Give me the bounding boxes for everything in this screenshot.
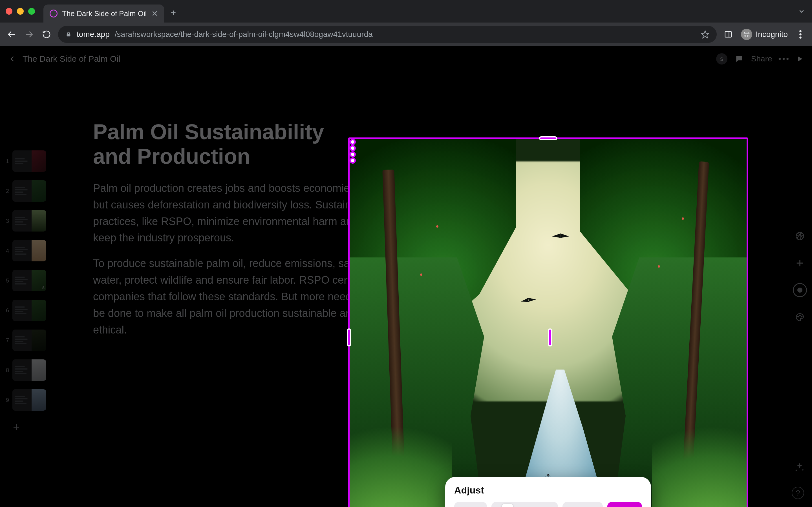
slide-thumb-9[interactable]: 9	[4, 389, 52, 411]
palette-icon[interactable]	[793, 310, 807, 324]
svg-point-7	[799, 33, 802, 36]
app-back-button[interactable]	[8, 55, 16, 63]
url-path: /sarahsworkspace/the-dark-side-of-palm-o…	[115, 30, 373, 39]
user-avatar[interactable]: s	[716, 53, 727, 64]
svg-point-6	[799, 30, 802, 33]
incognito-label: Incognito	[756, 30, 788, 39]
adjust-popover: Adjust 131 % Cancel Done	[445, 477, 651, 507]
slide-paragraph-2[interactable]: To produce sustainable palm oil, reduce …	[93, 255, 375, 338]
resize-handle-r[interactable]	[548, 328, 552, 346]
tab-favicon	[50, 10, 57, 17]
sparkle-icon[interactable]	[794, 462, 805, 473]
zoom-slider-thumb[interactable]	[502, 504, 513, 507]
window-close[interactable]	[6, 8, 12, 15]
browser-titlebar: The Dark Side of Palm Oil ✕ +	[0, 0, 812, 22]
adjust-title: Adjust	[454, 485, 642, 496]
resize-handle-bl[interactable]	[350, 151, 356, 158]
help-icon[interactable]: ?	[792, 487, 804, 499]
thumb-user-badge: s	[42, 285, 45, 290]
share-button[interactable]: Share	[751, 54, 772, 63]
doc-title[interactable]: The Dark Side of Palm Oil	[22, 54, 120, 64]
slide-paragraph-1[interactable]: Palm oil production creates jobs and boo…	[93, 180, 375, 246]
back-arrow-icon[interactable]	[6, 29, 17, 40]
svg-point-10	[796, 232, 804, 240]
resize-handle-l[interactable]	[347, 328, 351, 346]
slide-thumb-2[interactable]: 2	[4, 180, 52, 202]
resize-handle-br[interactable]	[350, 158, 356, 164]
svg-point-13	[798, 316, 799, 317]
side-panel-icon[interactable]	[722, 29, 734, 40]
svg-marker-3	[702, 31, 709, 38]
incognito-indicator[interactable]: Incognito	[741, 29, 788, 40]
new-tab-button[interactable]: +	[171, 8, 176, 18]
kebab-menu-icon[interactable]	[795, 29, 806, 40]
close-icon[interactable]: ✕	[151, 9, 158, 18]
incognito-icon	[741, 29, 752, 40]
slide-thumb-8[interactable]: 8	[4, 359, 52, 381]
resize-handle-tr[interactable]	[350, 145, 356, 151]
comment-icon[interactable]	[733, 53, 745, 64]
window-minimize[interactable]	[17, 8, 24, 15]
right-tool-rail	[793, 229, 807, 324]
resize-handle-t[interactable]	[539, 136, 557, 140]
zoom-slider[interactable]	[492, 502, 558, 507]
window-zoom[interactable]	[28, 8, 35, 15]
app-viewport: The Dark Side of Palm Oil s Share ••• Pa…	[0, 46, 812, 507]
slide-thumb-7[interactable]: 7	[4, 330, 52, 351]
selection-frame[interactable]	[348, 137, 748, 507]
play-icon[interactable]	[796, 55, 804, 62]
svg-point-15	[801, 316, 802, 317]
app-topbar: The Dark Side of Palm Oil s Share •••	[0, 46, 812, 71]
svg-rect-2	[67, 34, 70, 36]
image-crop-stage[interactable]: Adjust 131 % Cancel Done	[348, 137, 748, 507]
more-menu-button[interactable]: •••	[778, 54, 790, 63]
window-controls	[6, 8, 35, 15]
svg-marker-9	[798, 56, 802, 61]
slide-thumb-1[interactable]: 1	[4, 151, 52, 172]
slide-heading[interactable]: Palm Oil Sustainability and Production	[93, 119, 347, 169]
slide-thumb-5[interactable]: 5s	[4, 270, 52, 291]
tab-title: The Dark Side of Palm Oil	[62, 9, 147, 18]
forward-arrow-icon[interactable]	[23, 29, 35, 40]
svg-point-8	[799, 37, 802, 39]
add-slide-button[interactable]: +	[13, 421, 52, 434]
browser-toolbar: tome.app/sarahsworkspace/the-dark-side-o…	[0, 22, 812, 46]
resize-handle-tl[interactable]	[350, 139, 356, 145]
url-host: tome.app	[77, 30, 110, 39]
done-button[interactable]: Done	[607, 502, 642, 507]
plus-icon[interactable]	[793, 256, 807, 270]
slide-thumb-4[interactable]: 4	[4, 240, 52, 262]
cancel-button[interactable]: Cancel	[562, 502, 603, 507]
svg-rect-4	[725, 32, 732, 37]
browser-tab[interactable]: The Dark Side of Palm Oil ✕	[43, 4, 164, 22]
address-bar[interactable]: tome.app/sarahsworkspace/the-dark-side-o…	[58, 26, 717, 43]
openai-icon[interactable]	[793, 229, 807, 243]
reload-icon[interactable]	[41, 29, 52, 40]
chevron-down-icon[interactable]	[798, 8, 805, 15]
lock-icon	[65, 31, 71, 38]
slide-thumb-3[interactable]: 3	[4, 210, 52, 231]
slide-thumb-6[interactable]: 6	[4, 300, 52, 321]
slide-thumbnail-rail: 1 2 3 4 5s 6 7 8 9 +	[4, 151, 52, 434]
star-icon[interactable]	[701, 30, 709, 39]
record-icon[interactable]	[793, 283, 807, 297]
zoom-percent-field[interactable]: 131 %	[454, 502, 487, 507]
svg-point-14	[799, 315, 800, 316]
